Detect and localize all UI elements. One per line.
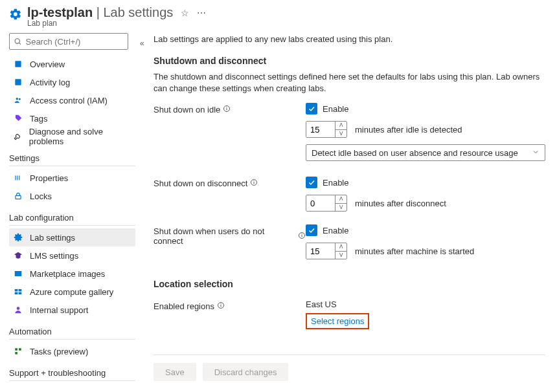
tasks-icon [13,346,23,356]
info-icon[interactable] [250,179,258,188]
chevron-down-icon [532,148,540,158]
svg-rect-13 [19,289,22,292]
noconnect-minutes-input[interactable] [306,243,335,259]
svg-rect-17 [15,348,17,351]
enable-label: Enable [323,178,348,188]
location-heading: Location selection [153,279,545,289]
sidebar-item-label: Diagnose and solve problems [29,127,131,146]
stepper-up-icon[interactable]: ᐱ [335,243,347,252]
favorite-icon[interactable]: ☆ [181,8,189,18]
settings-heading: Settings [9,153,135,166]
idle-minutes-stepper[interactable]: ᐱ ᐯ [306,121,347,138]
stepper-down-icon[interactable]: ᐯ [335,252,347,259]
sidebar-item-tags[interactable]: Tags [9,109,135,127]
sidebar-item-marketplace[interactable]: Marketplace images [9,265,135,283]
idle-help-text: minutes after idle is detected [355,125,462,135]
idle-detection-dropdown[interactable]: Detect idle based on user absence and re… [306,144,545,161]
sidebar-item-label: Activity log [30,78,70,87]
main-content: Lab settings are applied to any new labs… [139,28,557,389]
svg-rect-19 [15,352,17,354]
log-icon [13,77,23,87]
svg-rect-9 [16,195,21,199]
sidebar-item-tasks[interactable]: Tasks (preview) [9,342,135,360]
sidebar-item-label: LMS settings [30,251,78,261]
disconnect-enable-checkbox[interactable] [306,177,317,188]
svg-point-0 [15,39,19,43]
info-icon[interactable] [217,301,225,311]
wrench-icon [13,131,23,142]
sidebar-item-label: New Support Request [30,388,112,389]
sidebar-item-access-control[interactable]: Access control (IAM) [9,91,135,109]
search-input[interactable] [9,33,128,50]
search-field[interactable] [25,37,124,47]
enable-label: Enable [323,104,348,114]
page-description: Lab settings are applied to any new labs… [153,34,545,44]
disconnect-help-text: minutes after disconnect [355,199,446,208]
resource-type: Lab plan [27,19,206,28]
overview-icon [13,59,23,69]
regions-label: Enabled regions [153,299,306,311]
tag-icon [13,113,23,124]
disconnect-minutes-input[interactable] [306,195,335,211]
idle-enable-checkbox[interactable] [306,103,317,114]
support-heading: Support + troubleshooting [9,368,135,381]
sidebar-item-internal-support[interactable]: Internal support [9,301,135,319]
svg-rect-2 [15,61,21,67]
svg-point-24 [227,107,227,107]
sidebar-item-label: Tasks (preview) [30,347,88,356]
save-button[interactable]: Save [153,363,196,381]
noconnect-minutes-stepper[interactable]: ᐱ ᐯ [306,243,347,259]
disconnect-minutes-stepper[interactable]: ᐱ ᐯ [306,195,347,212]
sidebar-item-lab-settings[interactable]: Lab settings [9,228,135,246]
sidebar-item-label: Access control (IAM) [30,96,108,105]
svg-rect-11 [15,271,22,276]
page-title: lp-testplan | Lab settings [27,5,173,20]
svg-rect-3 [15,79,21,85]
noconnect-label: Shut down when users do not connect [153,224,306,246]
sidebar-item-label: Marketplace images [30,269,105,279]
sidebar-item-diagnose[interactable]: Diagnose and solve problems [9,127,135,146]
gear-small-icon [13,232,23,243]
select-regions-highlight: Select regions [306,313,369,329]
noconnect-help-text: minutes after machine is started [355,246,474,256]
discard-button[interactable]: Discard changes [203,363,289,381]
shutdown-heading: Shutdown and disconnect [153,56,545,66]
stepper-down-icon[interactable]: ᐯ [335,130,347,138]
sidebar-item-activity-log[interactable]: Activity log [9,73,135,91]
svg-point-30 [302,234,302,234]
region-value: East US [306,299,545,309]
svg-rect-14 [15,292,18,295]
sidebar-item-properties[interactable]: Properties [9,169,135,187]
shutdown-subtext: The shutdown and disconnect settings def… [153,71,545,94]
sidebar: Overview Activity log Access control (IA… [0,28,139,389]
sidebar-item-locks[interactable]: Locks [9,187,135,205]
svg-rect-15 [19,292,22,295]
svg-point-4 [16,98,19,100]
stepper-up-icon[interactable]: ᐱ [335,122,347,130]
noconnect-enable-checkbox[interactable] [306,224,317,236]
svg-point-5 [19,98,21,100]
select-regions-link[interactable]: Select regions [311,316,364,326]
idle-label: Shut down on idle [153,103,306,114]
svg-point-16 [17,307,20,310]
sidebar-item-lms-settings[interactable]: LMS settings [9,246,135,265]
sidebar-item-label: Lab settings [30,233,75,243]
people-icon [13,95,23,105]
lock-icon [13,191,23,201]
sidebar-item-overview[interactable]: Overview [9,55,135,73]
svg-rect-12 [15,289,18,292]
disconnect-label: Shut down on disconnect [153,177,306,188]
more-icon[interactable]: ⋯ [197,8,206,18]
sidebar-item-label: Locks [30,191,52,201]
gear-icon [9,8,22,23]
sidebar-item-label: Internal support [30,305,88,315]
sidebar-item-support-request[interactable]: New Support Request [9,384,135,389]
stepper-up-icon[interactable]: ᐱ [335,195,347,204]
graduation-icon [13,250,23,261]
info-icon[interactable] [223,105,231,114]
sidebar-item-label: Tags [30,114,47,124]
sidebar-item-compute-gallery[interactable]: Azure compute gallery [9,283,135,301]
stepper-down-icon[interactable]: ᐯ [335,204,347,212]
idle-minutes-input[interactable] [306,122,335,137]
info-icon[interactable] [298,232,306,241]
